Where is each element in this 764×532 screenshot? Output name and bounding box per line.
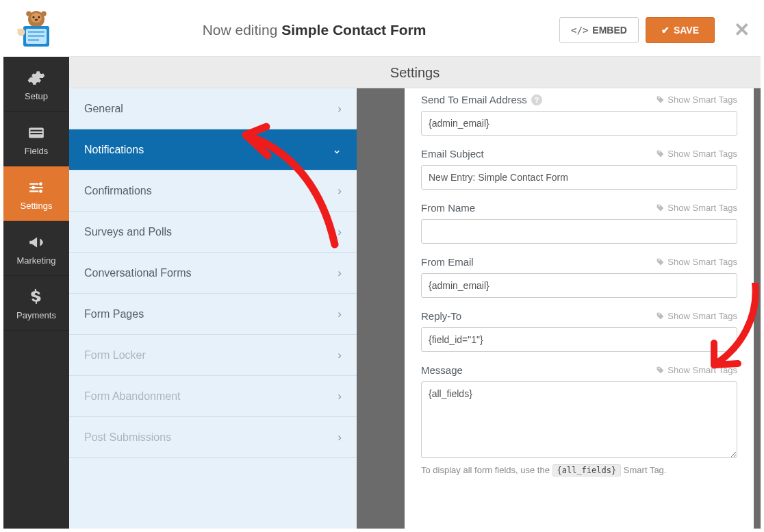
top-bar: Now editing Simple Contact Form </> EMBE…: [3, 3, 761, 57]
tag-icon: [656, 257, 665, 266]
primary-sidebar: Setup Fields Settings Marketing Payments: [3, 57, 69, 529]
subject-label: Email Subject: [421, 148, 484, 160]
from-email-input[interactable]: [421, 273, 737, 298]
chevron-right-icon: ›: [338, 431, 342, 444]
from-email-label: From Email: [421, 256, 474, 268]
subject-input[interactable]: [421, 165, 737, 190]
show-smart-tags-link[interactable]: Show Smart Tags: [656, 149, 737, 159]
show-smart-tags-link[interactable]: Show Smart Tags: [656, 257, 737, 267]
reply-to-label: Reply-To: [421, 310, 461, 322]
settings-item-notifications[interactable]: Notifications ⌄: [69, 129, 357, 170]
svg-point-2: [32, 16, 34, 18]
chevron-right-icon: ›: [338, 225, 342, 239]
settings-list: General › Notifications ⌄ Confirmations …: [69, 88, 357, 529]
code-icon: </>: [571, 25, 588, 36]
settings-item-form-abandonment[interactable]: Form Abandonment ›: [69, 376, 357, 417]
sidebar-label: Setup: [6, 91, 66, 101]
svg-point-6: [41, 11, 47, 16]
svg-point-1: [31, 13, 42, 23]
subheader: Settings: [69, 57, 761, 88]
settings-item-conversational[interactable]: Conversational Forms ›: [69, 253, 357, 294]
message-textarea[interactable]: [421, 381, 737, 458]
svg-rect-16: [30, 133, 42, 134]
chevron-right-icon: ›: [338, 184, 342, 198]
from-name-label: From Name: [421, 202, 475, 214]
wpforms-logo: [3, 3, 69, 57]
sidebar-label: Marketing: [6, 255, 66, 266]
sidebar-item-settings[interactable]: Settings: [3, 166, 69, 221]
svg-point-3: [38, 16, 40, 18]
svg-rect-10: [28, 35, 44, 37]
svg-point-18: [31, 186, 35, 190]
chevron-right-icon: ›: [338, 390, 342, 403]
embed-button[interactable]: </> EMBED: [559, 17, 639, 43]
send-to-input[interactable]: [421, 111, 737, 136]
tag-icon: [656, 312, 665, 320]
from-name-input[interactable]: [421, 219, 737, 244]
svg-point-5: [26, 11, 31, 16]
svg-point-17: [39, 182, 42, 186]
tag-icon: [656, 203, 665, 212]
chevron-right-icon: ›: [338, 307, 342, 321]
chevron-down-icon: ⌄: [332, 142, 342, 157]
title-prefix: Now editing: [203, 22, 278, 38]
svg-point-19: [39, 190, 42, 193]
page-title: Now editing Simple Contact Form: [69, 22, 559, 38]
form-name: Simple Contact Form: [281, 22, 426, 38]
notification-form-panel: Send To Email Address ? Show Smart Tags: [405, 88, 754, 529]
show-smart-tags-link[interactable]: Show Smart Tags: [656, 311, 737, 321]
settings-item-surveys[interactable]: Surveys and Polls ›: [69, 212, 357, 253]
sidebar-label: Payments: [6, 310, 66, 320]
tag-icon: [656, 366, 665, 375]
tag-icon: [656, 95, 665, 104]
settings-item-confirmations[interactable]: Confirmations ›: [69, 170, 357, 212]
settings-item-form-pages[interactable]: Form Pages ›: [69, 294, 357, 335]
help-icon[interactable]: ?: [531, 94, 542, 105]
sidebar-item-marketing[interactable]: Marketing: [3, 221, 69, 276]
sidebar-label: Settings: [6, 201, 66, 211]
check-icon: ✔: [661, 25, 670, 36]
svg-rect-15: [30, 130, 42, 131]
sidebar-item-setup[interactable]: Setup: [3, 57, 69, 112]
close-icon[interactable]: ✕: [734, 18, 750, 41]
chevron-right-icon: ›: [338, 102, 342, 116]
tag-icon: [656, 149, 665, 158]
settings-item-general[interactable]: General ›: [69, 88, 357, 129]
svg-rect-9: [28, 31, 44, 33]
show-smart-tags-link[interactable]: Show Smart Tags: [656, 203, 737, 213]
message-hint: To display all form fields, use the {all…: [421, 465, 737, 475]
sidebar-label: Fields: [6, 146, 66, 156]
send-to-label: Send To Email Address ?: [421, 94, 542, 105]
message-label: Message: [421, 364, 463, 376]
svg-point-4: [35, 18, 38, 21]
show-smart-tags-link[interactable]: Show Smart Tags: [656, 94, 737, 105]
chevron-right-icon: ›: [338, 266, 342, 280]
settings-item-form-locker[interactable]: Form Locker ›: [69, 335, 357, 376]
reply-to-input[interactable]: [421, 327, 737, 352]
sidebar-item-payments[interactable]: Payments: [3, 276, 69, 331]
chevron-right-icon: ›: [338, 349, 342, 362]
svg-rect-11: [28, 39, 39, 41]
show-smart-tags-link[interactable]: Show Smart Tags: [656, 365, 737, 375]
code-chip: {all_fields}: [552, 464, 622, 477]
svg-rect-13: [17, 29, 21, 31]
sidebar-item-fields[interactable]: Fields: [3, 112, 69, 166]
save-button[interactable]: ✔ SAVE: [646, 17, 715, 43]
settings-item-post-submissions[interactable]: Post Submissions ›: [69, 417, 357, 458]
